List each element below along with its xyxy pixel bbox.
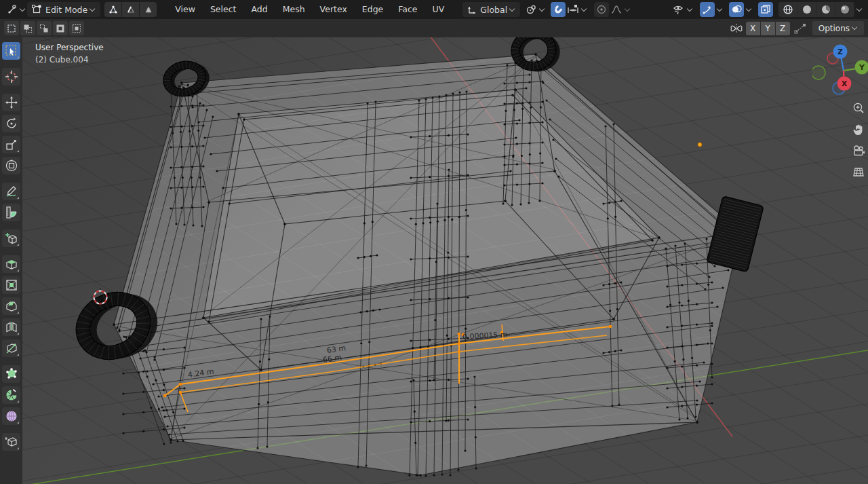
- overlays-icon: [731, 4, 742, 15]
- move-tool[interactable]: [2, 94, 20, 111]
- header-right-cluster: [671, 2, 863, 17]
- mirror-z-button[interactable]: Z: [776, 22, 790, 35]
- snap-magnet-icon: [553, 4, 564, 15]
- edge-select-mode-button[interactable]: [122, 2, 139, 17]
- viewport-canvas[interactable]: [0, 0, 868, 484]
- camera-view-button[interactable]: [849, 141, 868, 160]
- pan-button[interactable]: [849, 120, 868, 139]
- scale-icon: [5, 138, 18, 151]
- overlays-toggle[interactable]: [729, 2, 744, 17]
- face-select-icon: [144, 5, 153, 14]
- poly-build-tool[interactable]: [2, 365, 20, 383]
- mesh-select-mode-group: [104, 2, 157, 17]
- editor-type-button[interactable]: [5, 2, 27, 17]
- menu-select[interactable]: Select: [203, 0, 244, 19]
- select-subtract-button[interactable]: [37, 21, 52, 35]
- cursor-3d-icon: [5, 70, 18, 83]
- mirror-butterfly-icon[interactable]: [730, 22, 743, 35]
- select-extend-button[interactable]: [20, 21, 35, 35]
- edge-slide-tool[interactable]: [2, 433, 20, 451]
- visibility-eye-icon: [672, 4, 685, 15]
- select-set-button[interactable]: [4, 21, 19, 35]
- menu-view[interactable]: View: [167, 0, 203, 19]
- menu-face[interactable]: Face: [391, 0, 425, 19]
- chevron-down-icon: [852, 24, 857, 30]
- falloff-curve-icon: [610, 4, 623, 15]
- chevron-down-icon: [581, 5, 587, 11]
- solid-shading-icon: [802, 4, 812, 15]
- extrude-region-tool[interactable]: [2, 255, 20, 273]
- solid-shading-button[interactable]: [797, 2, 816, 17]
- proportional-edit-toggle[interactable]: [594, 2, 609, 17]
- select-invert-button[interactable]: [53, 21, 68, 35]
- inset-faces-tool[interactable]: [2, 276, 20, 294]
- pan-hand-icon: [852, 123, 865, 136]
- chevron-down-icon: [539, 5, 545, 11]
- editor-type-icon: [7, 4, 18, 15]
- cursor-tool[interactable]: [2, 68, 20, 86]
- menu-vertex[interactable]: Vertex: [313, 0, 355, 19]
- select-box-tool[interactable]: [2, 42, 20, 60]
- rotate-tool[interactable]: [2, 115, 20, 132]
- mirror-x-button[interactable]: X: [746, 22, 760, 35]
- select-subtract-icon: [39, 24, 49, 33]
- snap-target-dropdown[interactable]: [566, 2, 589, 17]
- inset-faces-icon: [5, 278, 18, 292]
- chevron-down-icon: [746, 5, 751, 11]
- rendered-shading-button[interactable]: [835, 2, 854, 17]
- menu-uv[interactable]: UV: [425, 0, 452, 19]
- bevel-tool[interactable]: [2, 297, 20, 315]
- edge-slide-icon: [5, 435, 18, 449]
- smooth-tool[interactable]: [2, 407, 20, 425]
- xray-toggle[interactable]: [758, 2, 773, 17]
- mode-selector[interactable]: Edit Mode: [27, 2, 100, 17]
- material-shading-button[interactable]: [816, 2, 835, 17]
- proportional-edit-icon: [596, 4, 607, 15]
- shading-mode-group: [778, 2, 854, 17]
- tool-settings-bar: X Y Z Options: [0, 19, 868, 37]
- edit-mode-icon: [32, 5, 41, 14]
- select-extend-icon: [23, 24, 33, 33]
- options-dropdown[interactable]: Options: [812, 21, 864, 35]
- select-intersect-button[interactable]: [69, 21, 84, 35]
- measure-tool[interactable]: [2, 204, 20, 221]
- knife-tool[interactable]: [2, 339, 20, 357]
- transform-orientation-dropdown[interactable]: Global: [462, 2, 520, 17]
- menu-mesh[interactable]: Mesh: [275, 0, 313, 19]
- menu-edge[interactable]: Edge: [355, 0, 391, 19]
- navigation-gizmo[interactable]: Z Y X: [812, 39, 868, 99]
- menu-add[interactable]: Add: [243, 0, 275, 19]
- wireframe-shading-icon: [783, 4, 793, 15]
- face-select-mode-button[interactable]: [140, 2, 157, 17]
- falloff-dropdown[interactable]: [609, 2, 632, 17]
- gizmos-toggle[interactable]: [700, 2, 715, 17]
- vertex-select-icon: [108, 5, 118, 14]
- material-shading-icon: [821, 4, 831, 15]
- mirror-axis-group: X Y Z: [746, 22, 791, 35]
- snap-toggle-button[interactable]: [551, 2, 566, 17]
- loop-cut-tool[interactable]: [2, 318, 20, 336]
- gizmo-icon: [702, 4, 713, 15]
- annotate-tool[interactable]: [2, 183, 20, 200]
- snap-base-icon[interactable]: [793, 22, 807, 35]
- chevron-down-icon: [20, 5, 25, 11]
- spin-tool[interactable]: [2, 386, 20, 404]
- mirror-y-button[interactable]: Y: [761, 22, 775, 35]
- edge-select-icon: [126, 5, 136, 14]
- chevron-down-icon: [687, 5, 692, 11]
- wireframe-shading-button[interactable]: [778, 2, 797, 17]
- zoom-button[interactable]: [849, 99, 868, 118]
- gizmo-axis-neg-y[interactable]: [812, 66, 825, 79]
- add-cube-tool[interactable]: [2, 229, 20, 247]
- viewport-header: Edit Mode View Select Add Mesh Vertex Ed…: [0, 0, 868, 19]
- mode-selector-label: Edit Mode: [45, 5, 87, 15]
- scale-tool[interactable]: [2, 136, 20, 153]
- visibility-dropdown[interactable]: [671, 2, 694, 17]
- measure-icon: [5, 206, 18, 219]
- orthographic-toggle-button[interactable]: [849, 162, 868, 181]
- select-mode-group: [4, 21, 85, 35]
- chevron-down-icon: [856, 5, 862, 11]
- pivot-point-dropdown[interactable]: [524, 2, 547, 17]
- vertex-select-mode-button[interactable]: [104, 2, 121, 17]
- transform-tool[interactable]: [2, 157, 20, 174]
